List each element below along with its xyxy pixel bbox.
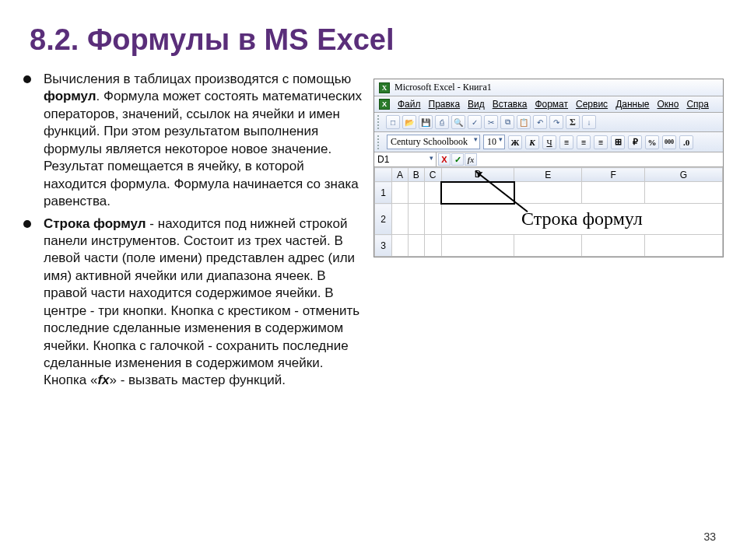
- thousands-button[interactable]: 000: [662, 135, 676, 149]
- font-name-combo[interactable]: Century Schoolbook: [387, 135, 480, 149]
- window-title: Microsoft Excel - Книга1: [395, 82, 492, 93]
- toolbar-handle-2[interactable]: [377, 135, 382, 149]
- formula-cancel-button[interactable]: X: [438, 153, 451, 166]
- annotation-cell: Строка формул: [441, 204, 722, 235]
- cell[interactable]: [392, 204, 409, 235]
- menu-bar[interactable]: X Файл Правка Вид Вставка Формат Сервис …: [374, 96, 723, 113]
- menu-edit[interactable]: Правка: [429, 99, 461, 110]
- bold-button[interactable]: Ж: [508, 135, 522, 149]
- standard-toolbar: □ 📂 💾 ⎙ 🔍 ✓ ✂ ⧉ 📋 ↶ ↷ Σ ↓: [374, 113, 723, 132]
- cell[interactable]: [582, 235, 645, 257]
- cell[interactable]: [392, 235, 409, 257]
- menu-tools[interactable]: Сервис: [576, 99, 608, 110]
- menu-window[interactable]: Окно: [657, 99, 679, 110]
- col-header-g[interactable]: G: [644, 168, 722, 182]
- menu-file[interactable]: Файл: [398, 99, 421, 110]
- align-right-button[interactable]: ≡: [594, 135, 608, 149]
- cell[interactable]: [424, 204, 441, 235]
- cell[interactable]: [408, 235, 424, 257]
- cell[interactable]: [408, 204, 424, 235]
- name-box[interactable]: D1: [374, 152, 437, 166]
- undo-button[interactable]: ↶: [533, 115, 547, 129]
- cut-button[interactable]: ✂: [484, 115, 498, 129]
- cell[interactable]: [644, 182, 722, 204]
- font-size-combo[interactable]: 10: [483, 135, 505, 149]
- autosum-button[interactable]: Σ: [566, 115, 580, 129]
- formula-enter-button[interactable]: ✓: [451, 153, 464, 166]
- merge-button[interactable]: ⊞: [611, 135, 625, 149]
- new-button[interactable]: □: [386, 115, 400, 129]
- cell[interactable]: [582, 182, 645, 204]
- col-header-f[interactable]: F: [582, 168, 645, 182]
- sort-button[interactable]: ↓: [582, 115, 596, 129]
- cell[interactable]: [441, 235, 514, 257]
- formula-bar: D1 X ✓ fx: [374, 152, 723, 167]
- col-header-c[interactable]: C: [424, 168, 441, 182]
- italic-button[interactable]: К: [525, 135, 539, 149]
- decimal-inc-button[interactable]: .0: [679, 135, 693, 149]
- cell[interactable]: [644, 235, 722, 257]
- open-button[interactable]: 📂: [402, 115, 416, 129]
- row-header-2[interactable]: 2: [375, 204, 392, 235]
- menu-format[interactable]: Формат: [535, 99, 568, 110]
- col-header-e[interactable]: E: [514, 168, 582, 182]
- formula-input[interactable]: [479, 158, 723, 161]
- cell[interactable]: [514, 182, 582, 204]
- redo-button[interactable]: ↷: [549, 115, 563, 129]
- formatting-toolbar: Century Schoolbook 10 Ж К Ч ≡ ≡ ≡ ⊞ ₽ % …: [374, 132, 723, 152]
- window-titlebar: X Microsoft Excel - Книга1: [374, 79, 723, 96]
- cell[interactable]: [514, 235, 582, 257]
- row-header-1[interactable]: 1: [375, 182, 392, 204]
- excel-app-icon: X: [379, 82, 390, 93]
- cell[interactable]: [424, 235, 441, 257]
- select-all-corner[interactable]: [375, 168, 392, 182]
- underline-button[interactable]: Ч: [542, 135, 556, 149]
- excel-screenshot: X Microsoft Excel - Книга1 X Файл Правка…: [374, 79, 724, 257]
- col-header-a[interactable]: A: [392, 168, 409, 182]
- preview-button[interactable]: 🔍: [451, 115, 465, 129]
- menu-data[interactable]: Данные: [615, 99, 649, 110]
- page-number: 33: [703, 530, 716, 543]
- print-button[interactable]: ⎙: [435, 115, 449, 129]
- paste-button[interactable]: 📋: [517, 115, 531, 129]
- spreadsheet-grid[interactable]: A B C D E F G 1: [374, 167, 723, 257]
- menu-insert[interactable]: Вставка: [493, 99, 528, 110]
- menu-view[interactable]: Вид: [468, 99, 485, 110]
- row-header-3[interactable]: 3: [375, 235, 392, 257]
- cell[interactable]: [408, 182, 424, 204]
- align-left-button[interactable]: ≡: [559, 135, 573, 149]
- bullet-2: Строка формул - находится под нижней стр…: [23, 215, 366, 390]
- col-header-b[interactable]: B: [408, 168, 424, 182]
- text-column: Вычисления в таблицах производятся с пом…: [23, 71, 366, 394]
- toolbar-handle[interactable]: [377, 115, 382, 129]
- spell-button[interactable]: ✓: [468, 115, 482, 129]
- doc-icon: X: [379, 99, 390, 110]
- cell[interactable]: [424, 182, 441, 204]
- slide-title: 8.2. Формулы в MS Excel: [30, 23, 724, 57]
- menu-help[interactable]: Спра: [686, 99, 709, 110]
- fx-button[interactable]: fx: [465, 153, 477, 166]
- currency-button[interactable]: ₽: [628, 135, 642, 149]
- cell[interactable]: [392, 182, 409, 204]
- save-button[interactable]: 💾: [419, 115, 433, 129]
- align-center-button[interactable]: ≡: [577, 135, 591, 149]
- copy-button[interactable]: ⧉: [500, 115, 514, 129]
- bullet-1: Вычисления в таблицах производятся с пом…: [23, 71, 366, 211]
- percent-button[interactable]: %: [645, 135, 659, 149]
